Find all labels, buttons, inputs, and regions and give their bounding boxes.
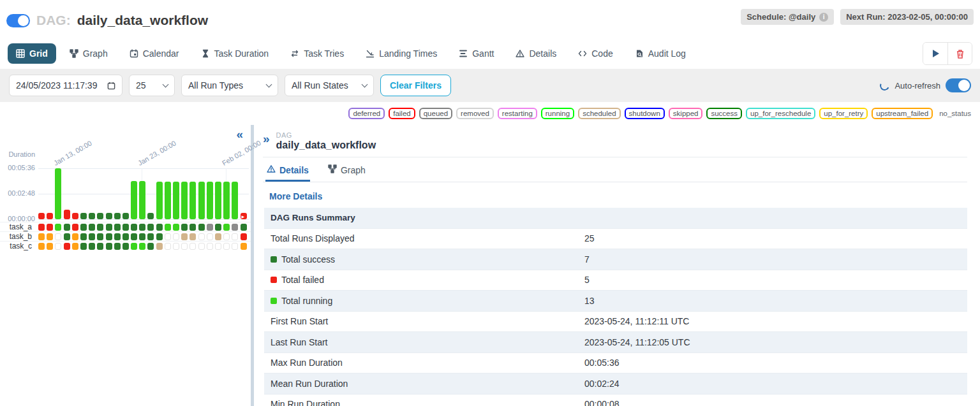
legend-upstream_failed[interactable]: upstream_failed xyxy=(872,108,933,119)
task-instance-task_c-21[interactable] xyxy=(207,243,213,250)
delete-dag-button[interactable] xyxy=(947,43,972,64)
task-instance-task_a-14[interactable] xyxy=(147,224,154,231)
clear-filters-button[interactable]: Clear Filters xyxy=(380,75,451,96)
task-instance-task_b-19[interactable] xyxy=(189,233,196,240)
task-instance-task_c-9[interactable] xyxy=(106,243,112,250)
task-instance-task_c-17[interactable] xyxy=(173,243,179,250)
task-instance-task_b-10[interactable] xyxy=(114,233,121,240)
run-types-select[interactable]: All Run Types xyxy=(181,75,278,96)
task-instance-task_b-14[interactable] xyxy=(147,233,154,240)
task-instance-task_b-24[interactable] xyxy=(232,233,238,240)
run-bar-11[interactable] xyxy=(122,168,131,219)
run-bar-3[interactable] xyxy=(55,168,63,219)
task-instance-task_a-12[interactable] xyxy=(131,224,137,231)
run-bar-8[interactable] xyxy=(97,168,105,219)
task-instance-task_c-4[interactable] xyxy=(64,243,70,250)
tab-task-duration[interactable]: Task Duration xyxy=(193,43,278,64)
task-instance-task_c-2[interactable] xyxy=(47,243,53,250)
task-instance-task_b-9[interactable] xyxy=(106,233,112,240)
task-instance-task_a-8[interactable] xyxy=(97,224,103,231)
run-bar-19[interactable] xyxy=(189,168,198,219)
task-instance-task_a-23[interactable] xyxy=(223,224,230,231)
task-instance-task_a-9[interactable] xyxy=(106,224,112,231)
task-instance-task_b-5[interactable] xyxy=(72,233,78,240)
task-instance-task_b-12[interactable] xyxy=(131,233,137,240)
legend-up_for_retry[interactable]: up_for_retry xyxy=(819,108,868,119)
details-tab-graph[interactable]: Graph xyxy=(327,159,367,182)
run-bar-15[interactable] xyxy=(156,168,165,219)
task-instance-task_c-6[interactable] xyxy=(80,243,87,250)
tab-calendar[interactable]: Calendar xyxy=(121,43,188,64)
task-instance-task_c-23[interactable] xyxy=(223,243,230,250)
task-label[interactable]: task_c xyxy=(0,242,35,250)
tab-grid[interactable]: Grid xyxy=(8,43,56,64)
task-instance-task_b-15[interactable] xyxy=(156,233,163,240)
legend-up_for_reschedule[interactable]: up_for_reschedule xyxy=(746,108,815,119)
task-instance-task_b-11[interactable] xyxy=(122,233,129,240)
run-states-select[interactable]: All Run States xyxy=(285,75,374,96)
task-instance-task_a-6[interactable] xyxy=(80,224,87,231)
run-bar-6[interactable] xyxy=(80,168,89,219)
task-instance-task_b-20[interactable] xyxy=(198,233,205,240)
task-instance-task_b-8[interactable] xyxy=(97,233,103,240)
task-instance-task_b-18[interactable] xyxy=(181,233,188,240)
run-count-select[interactable]: 25 xyxy=(129,75,175,96)
run-bar-23[interactable] xyxy=(223,168,232,219)
task-instance-task_b-4[interactable] xyxy=(64,233,70,240)
task-instance-task_a-11[interactable] xyxy=(122,224,129,231)
task-instance-task_c-18[interactable] xyxy=(181,243,188,250)
task-instance-task_a-16[interactable] xyxy=(165,224,171,231)
task-instance-task_c-20[interactable] xyxy=(198,243,205,250)
legend-no-status[interactable]: no_status xyxy=(939,110,971,117)
run-bar-13[interactable] xyxy=(139,168,147,219)
run-bar-5[interactable] xyxy=(72,168,80,219)
run-bar-12[interactable] xyxy=(131,168,139,219)
task-instance-task_a-15[interactable] xyxy=(156,224,163,231)
task-instance-task_b-1[interactable] xyxy=(38,233,45,240)
task-instance-task_c-7[interactable] xyxy=(89,243,95,250)
run-bar-2[interactable] xyxy=(47,168,55,219)
run-bar-21[interactable] xyxy=(207,168,215,219)
details-tab-details[interactable]: Details xyxy=(265,159,310,182)
task-instance-task_c-8[interactable] xyxy=(97,243,103,250)
run-bar-9[interactable] xyxy=(106,168,114,219)
run-bar-14[interactable] xyxy=(147,168,156,219)
task-instance-task_b-7[interactable] xyxy=(89,233,95,240)
run-bar-22[interactable] xyxy=(215,168,223,219)
schedule-badge[interactable]: Schedule: @daily i xyxy=(741,9,834,25)
task-instance-task_b-13[interactable] xyxy=(139,233,145,240)
task-instance-task_c-19[interactable] xyxy=(189,243,196,250)
legend-scheduled[interactable]: scheduled xyxy=(578,108,620,119)
task-instance-task_c-1[interactable] xyxy=(38,243,45,250)
legend-restarting[interactable]: restarting xyxy=(498,108,537,119)
legend-removed[interactable]: removed xyxy=(456,108,494,119)
legend-running[interactable]: running xyxy=(541,108,574,119)
dag-pause-toggle[interactable] xyxy=(6,14,30,27)
task-instance-task_a-1[interactable] xyxy=(38,224,45,231)
task-instance-task_c-11[interactable] xyxy=(122,243,129,250)
task-instance-task_b-6[interactable] xyxy=(80,233,87,240)
task-instance-task_b-21[interactable] xyxy=(207,233,213,240)
task-instance-task_a-2[interactable] xyxy=(47,224,53,231)
task-instance-task_c-25[interactable] xyxy=(241,243,247,250)
task-instance-task_a-17[interactable] xyxy=(173,224,179,231)
task-instance-task_b-16[interactable] xyxy=(165,233,171,240)
auto-refresh-toggle[interactable] xyxy=(946,78,971,92)
run-bar-1[interactable] xyxy=(38,168,47,219)
task-label[interactable]: task_b xyxy=(0,232,35,241)
run-bar-4[interactable] xyxy=(64,168,72,219)
task-instance-task_a-13[interactable] xyxy=(139,224,145,231)
tab-graph[interactable]: Graph xyxy=(61,43,116,64)
task-instance-task_c-24[interactable] xyxy=(232,243,238,250)
tab-task-tries[interactable]: Task Tries xyxy=(282,43,352,64)
task-instance-task_a-10[interactable] xyxy=(114,224,121,231)
task-instance-task_a-21[interactable] xyxy=(207,224,213,231)
task-instance-task_c-15[interactable] xyxy=(156,243,163,250)
task-instance-task_b-23[interactable] xyxy=(223,233,230,240)
task-instance-task_a-19[interactable] xyxy=(189,224,196,231)
tab-audit-log[interactable]: Audit Log xyxy=(627,43,694,64)
legend-shutdown[interactable]: shutdown xyxy=(625,108,665,119)
task-instance-task_a-4[interactable] xyxy=(64,224,70,231)
task-instance-task_b-17[interactable] xyxy=(173,233,179,240)
run-bar-18[interactable] xyxy=(181,168,189,219)
